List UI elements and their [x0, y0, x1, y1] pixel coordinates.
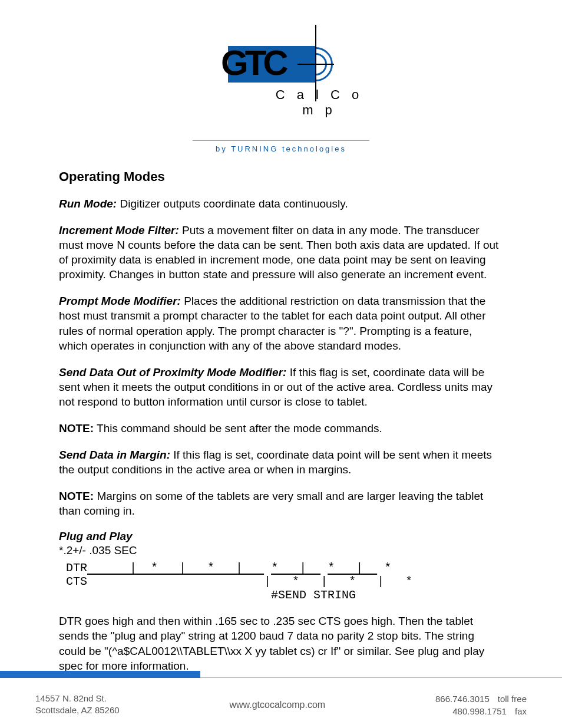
address-line1: 14557 N. 82nd St.	[35, 693, 120, 704]
tollfree-number: 866.746.3015	[435, 693, 490, 705]
note2-text: Margins on some of the tablets are very …	[59, 490, 483, 517]
footer-accent-bar	[0, 671, 200, 678]
margin-mode-label: Send Data in Margin:	[59, 449, 170, 461]
footer-contact: 866.746.3015toll free 480.998.1751fax	[435, 693, 527, 717]
section-heading: Operating Modes	[59, 169, 503, 185]
logo-block: GTC C a l C o m p by TURNING technologie…	[59, 35, 503, 154]
note1-label: NOTE:	[59, 422, 94, 434]
send-string-label: #SEND STRING	[271, 588, 356, 602]
note1-para: NOTE: This command should be sent after …	[59, 421, 503, 436]
proximity-mode-para: Send Data Out of Proximity Mode Modifier…	[59, 365, 503, 409]
timing-spec: *.2+/- .035 SEC	[59, 543, 503, 558]
plug-explain: DTR goes high and then within .165 sec t…	[59, 614, 503, 673]
footer-website: www.gtcocalcomp.com	[229, 700, 325, 710]
logo-tagline: by TURNING technologies	[193, 144, 369, 153]
plug-and-play-heading: Plug and Play	[59, 530, 503, 543]
run-mode-label: Run Mode:	[59, 197, 117, 210]
cts-label: CTS	[66, 575, 87, 588]
run-mode-para: Run Mode: Digitizer outputs coordinate d…	[59, 196, 503, 211]
logo-text-main: GTC	[221, 42, 285, 83]
run-mode-text: Digitizer outputs coordinate data contin…	[117, 197, 348, 210]
tollfree-label: toll free	[498, 693, 527, 705]
prompt-mode-label: Prompt Mode Modifier:	[59, 295, 181, 307]
note2-label: NOTE:	[59, 490, 94, 502]
address-line2: Scottsdale, AZ 85260	[35, 704, 120, 716]
note1-text: This command should be sent after the mo…	[94, 422, 382, 434]
fax-label: fax	[515, 705, 527, 717]
fax-number: 480.998.1751	[452, 705, 507, 717]
note2-para: NOTE: Margins on some of the tablets are…	[59, 489, 503, 518]
footer-address: 14557 N. 82nd St. Scottsdale, AZ 85260	[35, 693, 120, 716]
proximity-mode-label: Send Data Out of Proximity Mode Modifier…	[59, 366, 286, 378]
logo-text-sub: C a l C o m p	[269, 87, 369, 118]
increment-mode-label: Increment Mode Filter:	[59, 224, 179, 236]
timing-diagram: DTR | * | * | * | * | * CTS | * | * | * …	[59, 561, 503, 602]
document-body: GTC C a l C o m p by TURNING technologie…	[0, 0, 562, 673]
prompt-mode-para: Prompt Mode Modifier: Places the additio…	[59, 294, 503, 353]
dtr-label: DTR	[66, 561, 87, 575]
margin-mode-para: Send Data in Margin: If this flag is set…	[59, 447, 503, 477]
page-footer: 14557 N. 82nd St. Scottsdale, AZ 85260 w…	[0, 693, 562, 717]
gtco-logo: GTC C a l C o m p	[193, 35, 369, 106]
logo-divider	[193, 140, 369, 141]
increment-mode-para: Increment Mode Filter: Puts a movement f…	[59, 223, 503, 282]
